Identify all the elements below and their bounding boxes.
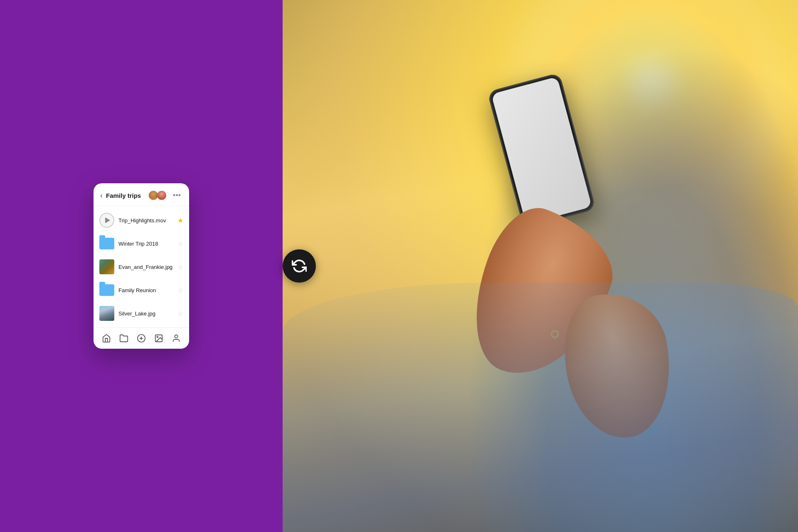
star-empty-icon[interactable]: ☆ <box>177 240 183 248</box>
add-button[interactable] <box>137 334 146 343</box>
video-icon <box>99 213 114 228</box>
list-item[interactable]: Family Reunion ☆ <box>94 278 189 302</box>
avatar-group <box>148 190 167 201</box>
avatar-male <box>148 190 159 201</box>
file-name: Evan_and_Frankie.jpg <box>118 264 175 270</box>
folder-icon <box>99 283 114 298</box>
sync-icon <box>292 259 307 273</box>
star-empty-icon[interactable]: ☆ <box>177 286 183 294</box>
photo-upload-button[interactable] <box>154 334 163 343</box>
background-image <box>283 0 798 532</box>
folder-title: Family trips <box>106 192 148 199</box>
folder-button[interactable] <box>119 334 128 343</box>
folder-icon <box>99 236 114 251</box>
sync-button[interactable] <box>283 249 316 283</box>
svg-point-4 <box>157 336 158 337</box>
file-name: Family Reunion <box>118 287 175 293</box>
more-menu-button[interactable]: ••• <box>171 190 182 201</box>
card-header: ‹ Family trips ••• <box>94 183 189 206</box>
user-button[interactable] <box>172 334 181 343</box>
right-panel <box>283 0 798 532</box>
file-name: Winter Trip 2018 <box>118 241 175 247</box>
clothing-overlay <box>283 283 798 532</box>
bottom-toolbar <box>94 328 189 349</box>
file-name: Silver_Lake.jpg <box>118 310 175 317</box>
list-item[interactable]: Trip_Highlights.mov ★ <box>94 209 189 232</box>
list-item[interactable]: Winter Trip 2018 ☆ <box>94 232 189 255</box>
star-empty-icon[interactable]: ☆ <box>177 263 183 271</box>
app-card: ‹ Family trips ••• Tri <box>94 183 189 349</box>
photo-icon <box>99 306 114 321</box>
back-button[interactable]: ‹ <box>100 191 103 200</box>
svg-point-5 <box>175 335 177 338</box>
list-item[interactable]: Evan_and_Frankie.jpg ☆ <box>94 255 189 278</box>
left-panel: ‹ Family trips ••• Tri <box>0 0 283 532</box>
file-list: Trip_Highlights.mov ★ Winter Trip 2018 ☆… <box>94 206 189 328</box>
file-name: Trip_Highlights.mov <box>118 217 175 224</box>
star-filled-icon[interactable]: ★ <box>177 217 183 224</box>
home-button[interactable] <box>102 334 111 343</box>
list-item[interactable]: Silver_Lake.jpg ☆ <box>94 302 189 325</box>
photo-icon <box>99 259 114 274</box>
star-empty-icon[interactable]: ☆ <box>177 310 183 318</box>
